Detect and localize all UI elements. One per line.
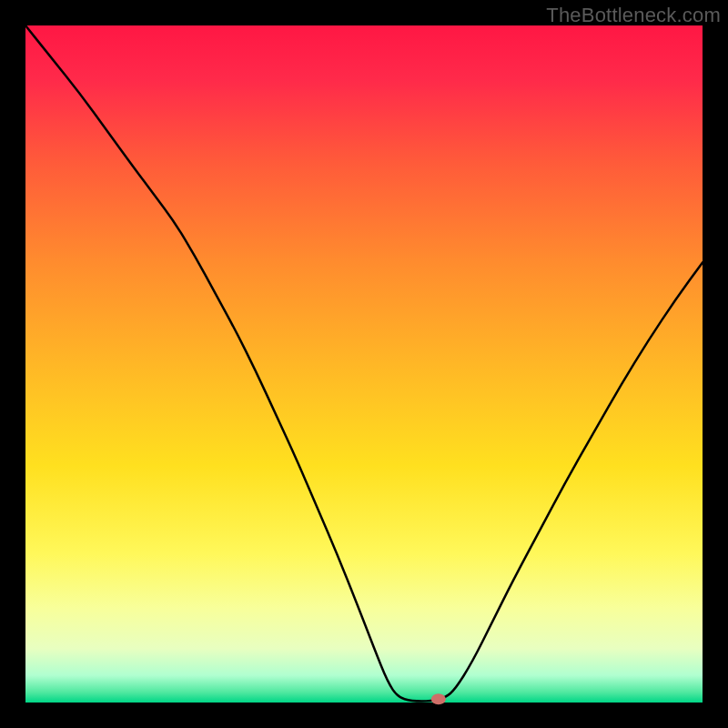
chart-background-gradient — [25, 25, 703, 703]
watermark-text: TheBottleneck.com — [546, 4, 721, 27]
bottleneck-chart — [0, 0, 728, 728]
optimal-point-marker — [431, 693, 446, 704]
